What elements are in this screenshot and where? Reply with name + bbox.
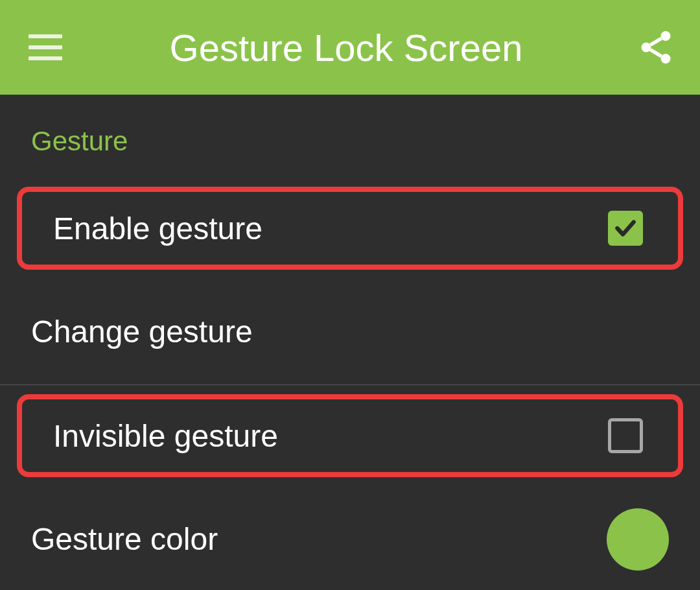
row-invisible-gesture[interactable]: Invisible gesture [17,394,683,477]
checkbox-enable-gesture[interactable] [608,211,643,246]
row-gesture-color[interactable]: Gesture color [0,486,700,590]
check-icon [613,216,638,241]
svg-point-2 [661,54,671,64]
app-title: Gesture Lock Screen [56,26,636,69]
row-enable-gesture[interactable]: Enable gesture [17,187,683,270]
settings-content: Gesture Enable gesture Change gesture In… [0,95,700,590]
row-label: Change gesture [31,314,253,349]
checkbox-invisible-gesture[interactable] [608,418,643,453]
row-change-gesture[interactable]: Change gesture [0,279,700,385]
row-label: Gesture color [31,521,218,557]
share-icon[interactable] [636,28,675,67]
row-label: Enable gesture [53,211,262,246]
svg-point-0 [661,31,671,41]
gesture-color-swatch[interactable] [607,508,669,571]
app-header: Gesture Lock Screen [0,0,700,95]
row-label: Invisible gesture [53,418,278,454]
svg-point-1 [642,43,651,53]
section-title-gesture: Gesture [0,95,700,165]
